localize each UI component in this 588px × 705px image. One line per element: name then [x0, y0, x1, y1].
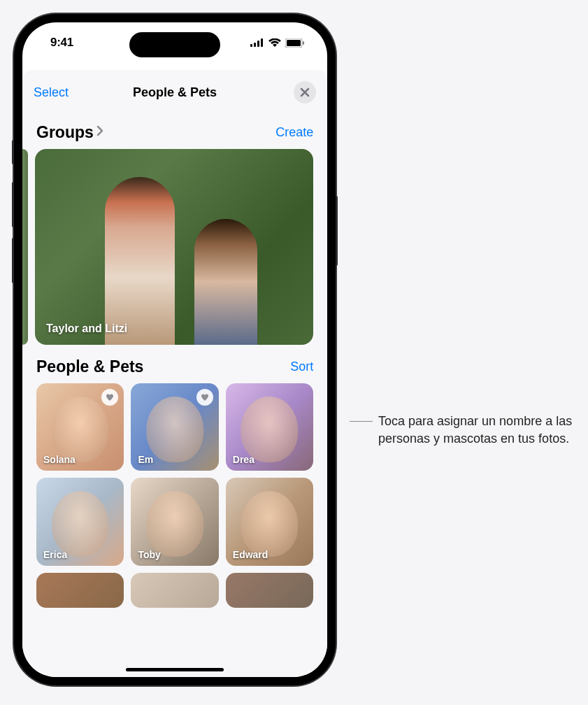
cellular-signal-icon: [250, 38, 264, 47]
groups-carousel[interactable]: Taylor and Litzi: [22, 149, 327, 345]
person-card-erica[interactable]: Erica: [36, 478, 124, 565]
svg-rect-6: [303, 41, 304, 45]
callout-line: [350, 421, 373, 422]
status-icons: [250, 38, 305, 48]
pet-image: [146, 491, 203, 557]
power-button: [336, 196, 338, 266]
close-button[interactable]: [294, 81, 316, 104]
favorite-badge: [101, 389, 118, 406]
person-image: [52, 397, 109, 462]
select-button[interactable]: Select: [34, 85, 69, 100]
phone-screen: 9:41: [22, 22, 327, 677]
volume-up-button: [12, 182, 14, 227]
chevron-right-icon: [96, 125, 103, 140]
groups-title-label: Groups: [36, 123, 94, 142]
group-card-image: [35, 149, 313, 345]
svg-rect-5: [287, 40, 301, 46]
group-card-previous-peek[interactable]: [22, 149, 28, 345]
callout-text: Toca para asignar un nombre a las person…: [378, 413, 574, 448]
svg-rect-1: [254, 43, 256, 47]
groups-section-header: Groups Create: [22, 111, 327, 149]
person-card-edward[interactable]: Edward: [226, 478, 313, 565]
dynamic-island: [129, 32, 220, 57]
person-card-partial[interactable]: [226, 573, 313, 608]
person-name-label: Erica: [43, 549, 67, 560]
groups-title[interactable]: Groups: [36, 123, 103, 142]
main-content: Select People & Pets Groups: [22, 70, 327, 677]
home-indicator[interactable]: [126, 668, 224, 671]
person-card-em[interactable]: Em: [131, 383, 218, 471]
person-name-label: Em: [138, 454, 153, 465]
people-pets-title: People & Pets: [36, 357, 143, 376]
group-card-label: Taylor and Litzi: [46, 322, 127, 335]
sort-button[interactable]: Sort: [290, 359, 313, 374]
person-image: [241, 397, 299, 462]
nav-bar: Select People & Pets: [22, 70, 327, 111]
favorite-badge: [196, 389, 213, 406]
wifi-icon: [268, 38, 281, 47]
person-name-label: Drea: [233, 454, 254, 465]
person-card-solana[interactable]: Solana: [36, 383, 124, 471]
svg-rect-2: [257, 41, 259, 47]
create-group-button[interactable]: Create: [275, 125, 313, 140]
person-name-label: Edward: [233, 549, 268, 560]
person-image: [241, 491, 299, 557]
person-image: [52, 491, 109, 557]
silence-switch: [12, 140, 14, 164]
volume-down-button: [12, 238, 14, 283]
phone-frame: 9:41: [14, 14, 336, 685]
people-pets-section-header: People & Pets Sort: [22, 345, 327, 383]
person-card-partial[interactable]: [131, 573, 218, 608]
person-name-label: Solana: [43, 454, 76, 465]
page-title: People & Pets: [133, 85, 217, 100]
person-name-label: Toby: [138, 549, 160, 560]
person-image: [146, 397, 203, 462]
close-icon: [300, 87, 310, 97]
group-card[interactable]: Taylor and Litzi: [35, 149, 313, 345]
svg-rect-3: [261, 38, 263, 47]
people-grid: Solana Em Drea Erica: [22, 383, 327, 608]
heart-icon: [201, 394, 209, 401]
heart-icon: [106, 394, 114, 401]
svg-rect-0: [250, 44, 252, 47]
callout-annotation: Toca para asignar un nombre a las person…: [350, 413, 574, 448]
battery-icon: [285, 38, 305, 48]
status-time: 9:41: [50, 36, 73, 50]
person-card-drea[interactable]: Drea: [226, 383, 313, 471]
person-card-partial[interactable]: [36, 573, 124, 608]
person-card-toby[interactable]: Toby: [131, 478, 218, 565]
